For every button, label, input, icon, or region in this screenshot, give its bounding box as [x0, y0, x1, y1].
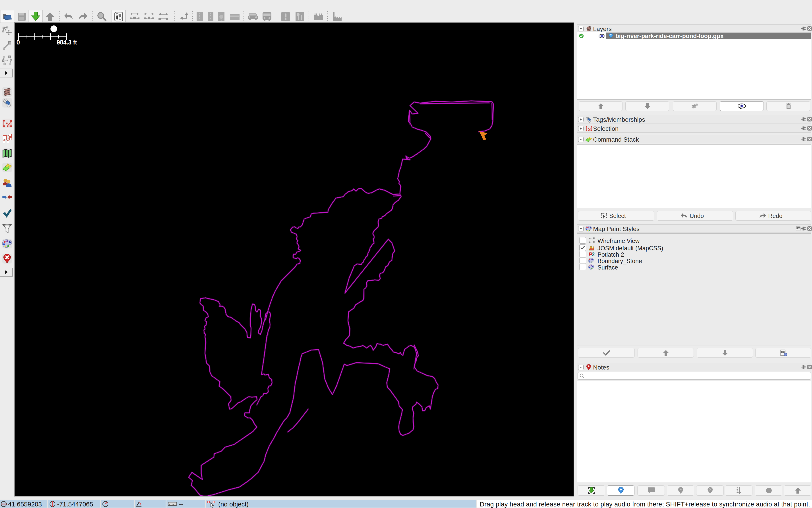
svg-text:984.3 ft: 984.3 ft: [57, 39, 77, 46]
svg-text:0: 0: [16, 39, 20, 46]
